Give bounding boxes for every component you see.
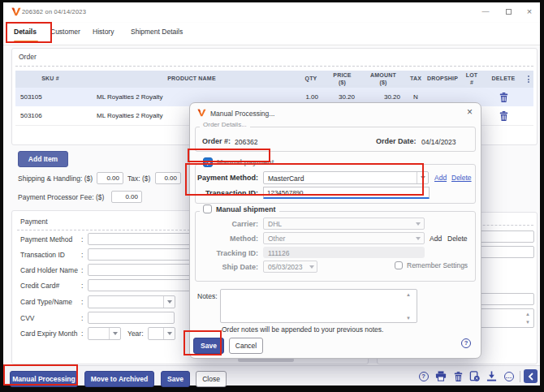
ship-date-select: 05/03/2023 [263,261,317,273]
title-bar[interactable]: 206362 on 04/14/2023 — × [3,2,540,22]
tax-label: Tax: ($) [127,174,150,183]
card-expiry-month-label: Card Expiry Month [20,330,77,338]
card-holder-name-input[interactable] [88,264,198,276]
add-payment-method-link[interactable]: Add [434,174,447,182]
order-date-label: Order Date: [376,137,417,145]
column-options-icon[interactable] [523,71,533,88]
col-header-tax[interactable]: TAX [406,71,425,88]
remember-settings-checkbox[interactable]: Remember Settings [395,261,468,269]
manual-shipment-toggle[interactable]: Manual shipment [200,205,279,213]
dlg-transaction-id-input[interactable] [263,187,430,199]
tab-customer[interactable]: Customer [50,28,80,36]
manual-payment-toggle[interactable]: Manual payment [200,157,278,167]
collapse-panel-icon[interactable] [524,369,538,383]
order-number-value: 206362 [235,138,257,146]
dlg-payment-method-select[interactable]: MasterCard [263,171,429,184]
delete-shipment-method-link[interactable]: Delete [447,235,468,243]
maximize-button[interactable] [506,9,512,15]
colon: : [81,282,83,290]
year-label: Year: [127,330,144,338]
dialog-title: Manual Processing... [210,110,274,118]
dialog-help-icon[interactable]: ? [461,338,471,348]
help-icon[interactable]: ? [417,370,430,382]
card-type-select[interactable] [88,295,175,308]
chevron-down-icon [412,218,424,229]
tax-input[interactable] [155,172,181,184]
minimize-button[interactable]: — [479,6,492,18]
transaction-id-label: Transaction ID [20,251,65,259]
close-button[interactable]: Close [196,371,227,387]
dlg-transaction-id-label: Transaction ID: [196,189,258,197]
dialog-title-bar[interactable]: Manual Processing... × [190,103,481,123]
col-header-amount[interactable]: AMOUNT ($) [361,71,406,88]
shipping-handling-label: Shipping & Handling: ($) [18,174,93,183]
icon-divider [520,371,520,382]
expiry-month-select[interactable] [88,327,121,340]
delete-payment-method-link[interactable]: Delete [451,174,472,182]
add-shipment-method-link[interactable]: Add [430,235,442,243]
tab-history[interactable]: History [93,28,114,36]
chevron-down-icon [412,233,424,243]
move-to-archived-button[interactable]: Move to Archived [84,371,154,387]
close-window-button[interactable]: × [523,6,536,18]
colon: : [81,298,83,306]
dlg-payment-method-label: Payment Method: [196,174,258,182]
void-order-icon[interactable] [468,370,481,382]
add-item-button[interactable]: Add Item [18,151,68,167]
col-header-dropship[interactable]: DROPSHIP [425,71,460,88]
cvv-input[interactable] [88,312,175,324]
spinner-up-icon[interactable]: ▲ [525,312,530,317]
col-header-qty[interactable]: QTY [298,71,324,88]
notes-textarea[interactable] [220,289,417,323]
spinner-down-icon[interactable]: ▼ [525,320,530,325]
export-icon[interactable] [486,370,498,382]
window-title: 206362 on 04/14/2023 [22,8,86,15]
order-details-group: Order Details... Order #: 206362 Order D… [195,127,476,152]
trash-icon [499,111,508,121]
checked-checkbox-icon[interactable] [203,157,213,167]
unchecked-checkbox-icon[interactable] [203,205,212,213]
cell-sku: 503106 [15,106,85,125]
print-icon[interactable] [434,370,447,382]
transaction-id-input[interactable] [88,248,198,261]
col-header-sku[interactable]: SKU # [15,71,85,88]
manual-processing-dialog: Manual Processing... × Order Details... … [189,102,481,359]
colon: : [81,251,83,259]
payment-method-input[interactable] [88,233,198,245]
scroll-down-icon[interactable]: ▼ [406,316,411,321]
colon: : [81,314,83,322]
shipping-handling-input[interactable] [97,172,123,184]
more-options-icon[interactable]: … [503,370,515,382]
expiry-year-select[interactable] [148,327,175,340]
cell-sku: 503105 [15,88,85,106]
payment-method-label: Payment Method [20,235,72,243]
shipment-method-select: Other [263,232,425,244]
payment-processor-fee-input[interactable] [111,191,142,203]
col-header-delete[interactable]: DELETE [484,71,523,88]
col-header-price[interactable]: PRICE ($) [324,71,361,88]
chevron-down-icon [307,261,317,272]
order-date-value: 04/14/2023 [421,138,456,146]
credit-card-input[interactable] [88,279,198,291]
dialog-save-button[interactable]: Save [193,338,224,354]
tab-shipment-details[interactable]: Shipment Details [131,28,183,36]
delete-icon[interactable] [452,370,464,382]
cvv-label: CVV [20,314,34,322]
order-window: 206362 on 04/14/2023 — × Details Custome… [3,2,540,386]
card-holder-name-label: Card Holder Name [20,266,78,274]
order-details-legend: Order Details... [200,121,250,128]
dialog-cancel-button[interactable]: Cancel [229,338,263,354]
tab-details[interactable]: Details [14,28,37,36]
order-number-label: Order #: [202,137,231,145]
delete-row-button[interactable] [484,106,523,125]
dialog-close-icon[interactable]: × [467,106,473,118]
trash-icon [499,93,508,102]
col-header-lot[interactable]: LOT # [460,71,484,88]
col-header-product[interactable]: PRODUCT NAME [85,71,298,88]
app-logo-icon [11,7,21,16]
save-order-button[interactable]: Save [161,371,190,387]
manual-processing-button[interactable]: Manual Processing [10,371,78,387]
scroll-up-icon[interactable]: ▲ [406,292,411,297]
delete-row-button[interactable] [484,88,523,106]
colon: : [81,330,83,338]
